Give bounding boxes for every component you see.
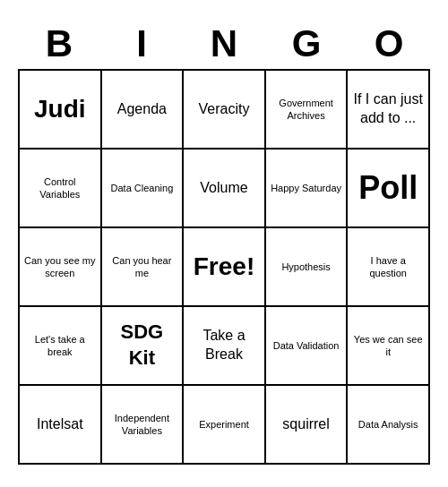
cell-text-20: Intelsat (37, 415, 83, 434)
bingo-cell-5: Control Variables (20, 150, 102, 228)
bingo-cell-9: Poll (348, 150, 430, 228)
bingo-cell-11: Can you hear me (102, 228, 185, 307)
bingo-cell-6: Data Cleaning (102, 150, 185, 228)
bingo-cell-19: Yes we can see it (348, 307, 430, 386)
bingo-cell-24: Data Analysis (348, 386, 430, 465)
bingo-card: B I N G O JudiAgendaVeracityGovernment A… (9, 13, 439, 474)
bingo-cell-22: Experiment (184, 386, 266, 465)
bingo-cell-13: Hypothesis (266, 228, 349, 307)
cell-text-13: Hypothesis (281, 261, 330, 273)
cell-text-21: Independent Variables (106, 412, 179, 438)
cell-text-7: Volume (200, 179, 247, 198)
cell-text-16: SDG Kit (106, 320, 179, 371)
bingo-cell-8: Happy Saturday (266, 150, 349, 228)
bingo-cell-7: Volume (184, 150, 266, 228)
bingo-cell-14: I have a question (348, 228, 430, 307)
bingo-cell-23: squirrel (266, 386, 349, 465)
cell-text-24: Data Analysis (358, 418, 418, 431)
cell-text-1: Agenda (117, 100, 167, 119)
bingo-title: B I N G O (18, 22, 430, 65)
bingo-cell-12: Free! (184, 228, 266, 307)
cell-text-17: Take a Break (187, 327, 261, 364)
cell-text-18: Data Validation (273, 339, 340, 352)
bingo-cell-3: Government Archives (266, 71, 349, 150)
cell-text-23: squirrel (282, 415, 329, 434)
bingo-cell-20: Intelsat (20, 386, 102, 465)
cell-text-8: Happy Saturday (271, 182, 341, 194)
cell-text-9: Poll (358, 167, 418, 209)
cell-text-2: Veracity (199, 100, 250, 119)
bingo-cell-1: Agenda (102, 71, 185, 150)
bingo-cell-15: Let's take a break (20, 307, 102, 386)
cell-text-10: Can you see my screen (23, 254, 97, 280)
cell-text-6: Data Cleaning (111, 182, 174, 194)
bingo-cell-18: Data Validation (266, 307, 349, 386)
cell-text-12: Free! (194, 251, 254, 283)
bingo-cell-2: Veracity (184, 71, 266, 150)
cell-text-22: Experiment (199, 418, 249, 431)
bingo-cell-0: Judi (20, 71, 102, 150)
cell-text-0: Judi (34, 93, 86, 125)
bingo-cell-4: If I can just add to ... (348, 71, 430, 150)
cell-text-4: If I can just add to ... (351, 90, 425, 128)
cell-text-11: Can you hear me (106, 254, 179, 280)
bingo-cell-10: Can you see my screen (20, 228, 102, 307)
cell-text-5: Control Variables (23, 175, 97, 201)
cell-text-3: Government Archives (270, 97, 343, 123)
bingo-cell-16: SDG Kit (102, 307, 185, 386)
bingo-cell-21: Independent Variables (102, 386, 185, 465)
cell-text-15: Let's take a break (23, 333, 97, 359)
cell-text-19: Yes we can see it (351, 333, 425, 359)
letter-n: N (185, 22, 263, 65)
bingo-cell-17: Take a Break (184, 307, 266, 386)
letter-i: I (102, 22, 181, 65)
letter-o: O (349, 22, 428, 65)
letter-b: B (20, 22, 99, 65)
cell-text-14: I have a question (351, 254, 425, 280)
bingo-grid: JudiAgendaVeracityGovernment ArchivesIf … (18, 69, 430, 465)
letter-g: G (267, 22, 346, 65)
